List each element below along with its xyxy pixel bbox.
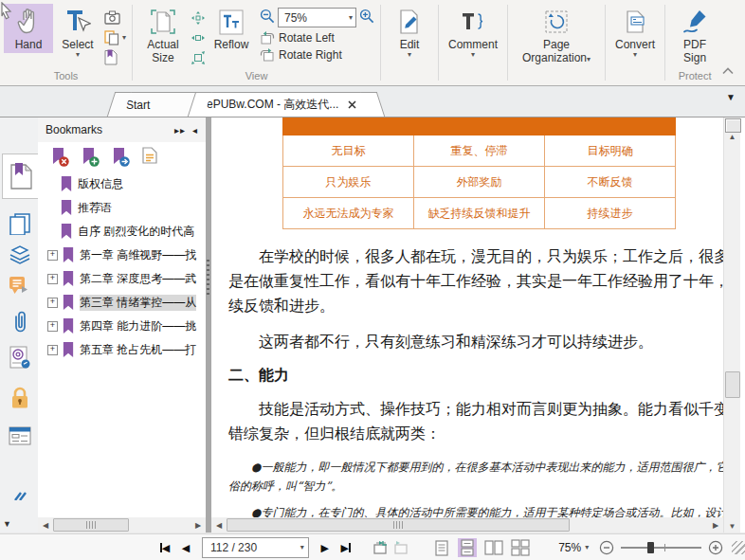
zoom-out-button[interactable] xyxy=(260,9,275,27)
bookmark-item[interactable]: + 第五章 抢占先机——打 xyxy=(38,338,206,362)
page-organization-button[interactable]: Page Organization▾ xyxy=(512,4,601,66)
pdf-sign-label: PDF Sign xyxy=(675,38,715,64)
expander-icon[interactable]: + xyxy=(47,250,58,261)
bookmark-item[interactable]: + 第四章 能力进阶——挑 xyxy=(38,315,206,338)
sidebar-item-sign-partial[interactable] xyxy=(7,489,33,502)
statusbar-zoom-dropdown-arrow[interactable]: ▾ xyxy=(585,544,589,551)
bookmarks-horizontal-scrollbar[interactable]: ◀ ▶ xyxy=(38,517,206,533)
panel-expand-button[interactable]: ▸▸ xyxy=(174,125,186,135)
scroll-right-icon[interactable]: ▶ xyxy=(191,521,206,530)
next-view-button[interactable] xyxy=(391,537,411,558)
zoom-in-button[interactable] xyxy=(359,9,374,27)
zoom-in-button[interactable] xyxy=(705,537,726,558)
select-tool-button[interactable]: Select ▾ xyxy=(53,4,102,61)
bookmark-icon xyxy=(62,342,75,358)
zoom-slider[interactable] xyxy=(621,538,701,557)
statusbar-zoom-value: 75% xyxy=(558,541,581,554)
sidebar-item-digital-signatures[interactable] xyxy=(7,345,33,371)
previous-view-button[interactable] xyxy=(370,537,391,558)
scroll-left-icon[interactable]: ◀ xyxy=(211,521,227,530)
collapse-ribbon-button[interactable] xyxy=(722,64,734,78)
bookmark-item[interactable]: + 第一章 高维视野——找 xyxy=(38,244,206,267)
edit-dropdown-arrow[interactable]: ▾ xyxy=(408,51,411,59)
scroll-right-icon[interactable]: ▶ xyxy=(708,521,723,530)
expander-icon[interactable]: + xyxy=(47,298,58,308)
convert-group: Convert ▾ xyxy=(606,0,664,85)
tab-close-button[interactable] xyxy=(348,100,356,109)
comments-icon xyxy=(9,276,31,297)
next-page-button[interactable]: ▶ xyxy=(315,537,336,558)
convert-dropdown-arrow[interactable]: ▾ xyxy=(633,51,637,59)
bookmark-item[interactable]: 版权信息 xyxy=(38,172,206,196)
scroll-down-icon[interactable]: ▼ xyxy=(724,522,740,531)
bookmark-item[interactable]: 推荐语 xyxy=(38,196,206,220)
page-number-input[interactable]: 112 / 230 ▾ xyxy=(202,537,309,558)
zoom-slider-handle[interactable] xyxy=(647,542,654,553)
sidebar-item-bookmarks[interactable] xyxy=(2,154,38,199)
continuous-facing-view-button[interactable] xyxy=(511,538,530,557)
sidebar-item-layers[interactable] xyxy=(7,241,33,267)
bookmark-label: 版权信息 xyxy=(78,176,123,192)
rotate-left-label: Rotate Left xyxy=(279,31,335,45)
bookmark-item[interactable]: 自序 剧烈变化的时代高 xyxy=(38,220,206,244)
reflow-button[interactable]: Reflow xyxy=(207,4,256,53)
bookmark-item-selected[interactable]: + 第三章 情绪掌控——从 xyxy=(38,291,206,315)
pdf-sign-button[interactable]: PDF Sign xyxy=(669,4,720,66)
page-dropdown-arrow[interactable]: ▾ xyxy=(300,544,304,551)
fit-visible-button[interactable] xyxy=(191,49,205,65)
clipboard-dropdown-arrow[interactable]: ▾ xyxy=(122,34,126,42)
fit-page-button[interactable] xyxy=(191,9,205,26)
previous-page-button[interactable]: ◀ xyxy=(175,537,196,558)
convert-button[interactable]: Convert ▾ xyxy=(609,4,661,61)
expander-icon[interactable]: + xyxy=(47,321,58,332)
page-number-value: 112 / 230 xyxy=(210,541,257,554)
sidebar-item-security[interactable] xyxy=(7,385,33,411)
scrollbar-thumb[interactable] xyxy=(227,518,570,532)
sidebar-item-comments[interactable] xyxy=(7,273,33,299)
scroll-up-icon[interactable]: ▲ xyxy=(724,133,740,141)
clipboard-button[interactable]: ▾ xyxy=(104,29,126,45)
zoom-out-button[interactable] xyxy=(596,537,617,558)
bookmark-icon xyxy=(60,224,73,240)
single-page-view-button[interactable] xyxy=(432,538,451,557)
facing-view-button[interactable] xyxy=(484,538,503,557)
expander-icon[interactable]: + xyxy=(47,274,58,284)
scrollbar-thumb[interactable] xyxy=(725,371,740,398)
document-view[interactable]: 无目标 重复、停滞 目标明确 只为娱乐 外部奖励 不断反馈 永远无法成为专家 缺… xyxy=(211,117,723,533)
sidebar-item-page-thumbnails[interactable] xyxy=(7,210,33,237)
scrollbar-thumb[interactable] xyxy=(53,518,129,532)
bookmark-page-button[interactable] xyxy=(104,49,126,65)
zoom-level-combobox[interactable]: 75% ▾ xyxy=(278,8,356,27)
continuous-view-button[interactable] xyxy=(458,538,477,557)
sidebar-more-button[interactable]: ▼ xyxy=(3,519,11,529)
expand-bookmarks-button[interactable] xyxy=(142,147,157,167)
rotate-right-button[interactable]: Rotate Right xyxy=(260,47,374,62)
goto-bookmark-button[interactable] xyxy=(112,148,126,165)
page-organization-dropdown-arrow[interactable]: ▾ xyxy=(587,55,591,63)
zoom-combobox-arrow[interactable]: ▾ xyxy=(349,14,353,22)
select-dropdown-arrow[interactable]: ▾ xyxy=(76,51,80,59)
add-bookmark-button[interactable] xyxy=(82,148,96,165)
document-vertical-scrollbar[interactable]: ▲ ▼ xyxy=(723,117,740,533)
fit-width-button[interactable] xyxy=(191,29,205,45)
split-view-handle[interactable] xyxy=(725,118,741,133)
tab-document[interactable]: ePUBw.COM - 高效迭代... xyxy=(199,92,373,117)
document-horizontal-scrollbar[interactable]: ◀ ▶ xyxy=(211,517,723,533)
window-resize-grip[interactable] xyxy=(732,541,745,554)
bookmark-item[interactable]: + 第二章 深度思考——武 xyxy=(38,267,206,291)
actual-size-button[interactable]: Actual Size xyxy=(136,4,190,66)
first-page-button[interactable]: ◀ xyxy=(154,537,175,558)
scroll-left-icon[interactable]: ◀ xyxy=(38,521,53,530)
panel-collapse-button[interactable]: ◂ xyxy=(192,125,198,135)
sidebar-item-attachments[interactable] xyxy=(7,309,33,335)
tab-list-dropdown-button[interactable]: ▼ xyxy=(726,92,736,102)
comment-button[interactable]: Comment ▾ xyxy=(443,4,503,61)
rotate-left-button[interactable]: Rotate Left xyxy=(260,30,374,45)
last-page-button[interactable]: ▶ xyxy=(336,537,356,558)
edit-button[interactable]: Edit ▾ xyxy=(385,4,434,61)
comment-dropdown-arrow[interactable]: ▾ xyxy=(471,51,475,59)
expander-icon[interactable]: + xyxy=(47,345,58,355)
sidebar-item-fields[interactable] xyxy=(7,423,33,449)
delete-bookmark-button[interactable] xyxy=(51,148,65,165)
snapshot-button[interactable] xyxy=(104,9,126,26)
